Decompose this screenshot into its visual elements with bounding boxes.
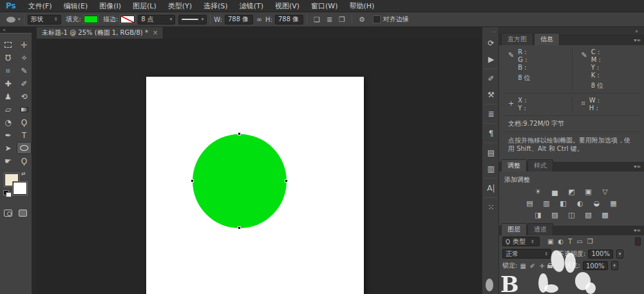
tab-histogram[interactable]: 直方图 <box>501 33 533 45</box>
color-balance-icon[interactable]: ▥ <box>541 199 552 208</box>
panel-menu-icon[interactable]: ▾≡ <box>634 37 641 43</box>
filter-pixel-layers-icon[interactable]: ▣ <box>547 238 553 245</box>
lock-pixels-icon[interactable]: ✐ <box>530 262 535 270</box>
shape-mode-select[interactable]: 形状 ⇕ <box>28 15 61 24</box>
gradient-map-icon[interactable]: ▩ <box>600 210 611 219</box>
pen-tool[interactable]: ✒ <box>1 129 15 141</box>
ellipse-tool[interactable] <box>17 142 32 154</box>
menu-item[interactable]: 选择(S) <box>198 2 234 10</box>
opacity-input[interactable]: 100% <box>588 250 613 259</box>
background-color-swatch[interactable] <box>13 182 27 195</box>
menu-item[interactable]: 滤镜(T) <box>234 2 269 10</box>
history-panel-icon[interactable]: ⟳ <box>482 35 500 51</box>
magic-wand-tool[interactable]: ✧ <box>17 52 32 64</box>
document-area[interactable] <box>37 39 482 294</box>
channel-mixer-icon[interactable]: ◒ <box>591 199 602 208</box>
stroke-color-swatch[interactable] <box>120 15 135 23</box>
brush-presets-panel-icon[interactable]: ✐ <box>482 70 500 86</box>
layer-filter-toggle[interactable] <box>635 237 641 246</box>
tab-channels[interactable]: 通道 <box>527 223 553 235</box>
canvas[interactable] <box>146 77 364 294</box>
menu-item[interactable]: 图层(L) <box>127 2 162 10</box>
filter-type-layers-icon[interactable]: T <box>568 238 572 245</box>
curves-icon[interactable]: ◩ <box>566 187 577 196</box>
lock-transparency-icon[interactable]: ▦ <box>520 262 526 270</box>
posterize-icon[interactable]: ▨ <box>549 210 560 219</box>
tool-preset-icon[interactable] <box>6 17 15 23</box>
align-edges-checkbox[interactable] <box>374 16 380 23</box>
path-alignment-icon[interactable]: ≣ <box>323 15 336 24</box>
type-tool[interactable]: T <box>17 129 32 141</box>
layer-filter-select[interactable]: Ϙ 类型 ⇕ <box>502 237 540 246</box>
tool-presets-panel-icon[interactable]: ⚒ <box>482 86 500 103</box>
tool-preset-caret-icon[interactable]: ▾ <box>18 17 21 22</box>
panel-menu-icon[interactable]: ▾≡ <box>634 228 641 233</box>
gradient-tool[interactable] <box>17 103 32 115</box>
invert-icon[interactable]: ◨ <box>533 210 544 219</box>
threshold-icon[interactable]: ◫ <box>566 210 577 219</box>
default-colors-icon[interactable] <box>3 190 9 195</box>
menu-item[interactable]: 图像(I) <box>93 2 127 10</box>
swap-colors-icon[interactable]: ⇄ <box>21 171 26 177</box>
crop-tool[interactable]: ⌗ <box>1 64 15 77</box>
shape-height-input[interactable]: 788 像 <box>275 15 303 24</box>
menu-item[interactable]: 视图(V) <box>269 2 305 10</box>
gear-icon[interactable]: ⚙ <box>355 15 368 24</box>
filter-adjustment-layers-icon[interactable]: ◐ <box>558 238 564 245</box>
brush-tool[interactable]: ✐ <box>17 77 32 90</box>
anchor-bottom[interactable] <box>238 226 241 230</box>
toolbar-collapse-icon[interactable]: « <box>0 27 37 33</box>
notes-panel-icon[interactable]: ▤ <box>482 144 500 161</box>
paragraph-panel-icon[interactable]: ¶ <box>482 125 500 141</box>
panel-menu-icon[interactable]: ▾≡ <box>634 164 641 170</box>
anchor-top[interactable] <box>238 132 241 135</box>
menu-item[interactable]: 帮助(H) <box>344 2 381 10</box>
move-tool[interactable]: ✛ <box>17 39 32 51</box>
timeline-panel-icon[interactable]: ⁙ <box>482 199 500 215</box>
healing-brush-tool[interactable]: ✚ <box>1 77 15 90</box>
color-lookup-icon[interactable]: ▦ <box>608 199 619 208</box>
fill-caret-icon[interactable]: ▾ <box>611 261 618 270</box>
lasso-tool[interactable]: ℧ <box>1 52 15 64</box>
levels-icon[interactable]: ▅ <box>549 187 560 196</box>
lock-all-icon[interactable] <box>547 263 553 268</box>
zoom-tool[interactable]: Ϙ <box>17 155 32 167</box>
fill-opacity-input[interactable]: 100% <box>583 261 608 270</box>
menu-item[interactable]: 编辑(E) <box>58 2 94 10</box>
properties-panel-icon[interactable]: ▥ <box>482 161 500 177</box>
blend-mode-select[interactable]: 正常 ⇕ <box>502 249 551 259</box>
photo-filter-icon[interactable]: ◐ <box>574 199 585 208</box>
rectangular-marquee-tool[interactable] <box>1 39 15 51</box>
anchor-right[interactable] <box>285 179 288 182</box>
menu-item[interactable]: 窗口(W) <box>305 2 343 10</box>
exposure-icon[interactable]: ▣ <box>583 187 594 196</box>
eraser-tool[interactable]: ▱ <box>1 103 15 115</box>
dodge-tool[interactable]: Ϙ <box>17 116 32 128</box>
tab-adjustments[interactable]: 调整 <box>501 159 527 172</box>
ellipse-shape[interactable] <box>193 134 287 228</box>
vibrance-icon[interactable]: ▽ <box>600 187 611 196</box>
fill-color-swatch[interactable] <box>84 15 98 23</box>
tab-layers[interactable]: 图层 <box>501 223 527 235</box>
hue-saturation-icon[interactable]: ▤ <box>524 199 535 208</box>
stroke-width-field[interactable]: 8 点 ▾ <box>138 15 175 24</box>
eyedropper-tool[interactable]: ✎ <box>17 64 32 77</box>
lock-position-icon[interactable]: ✛ <box>539 262 544 270</box>
stroke-style-select[interactable]: ▾ <box>178 15 207 24</box>
black-white-icon[interactable]: ◧ <box>558 199 569 208</box>
brightness-contrast-icon[interactable]: ☀ <box>533 187 544 196</box>
link-dimensions-icon[interactable]: ∞ <box>253 15 265 24</box>
opacity-caret-icon[interactable]: ▾ <box>616 250 623 259</box>
shape-width-input[interactable]: 788 像 <box>225 15 253 24</box>
menu-item[interactable]: 文件(F) <box>23 2 58 10</box>
tab-info[interactable]: 信息 <box>534 33 560 45</box>
character-panel-icon[interactable]: A| <box>482 180 500 196</box>
menu-item[interactable]: 类型(Y) <box>162 2 198 10</box>
clone-source-panel-icon[interactable]: ≣ <box>482 106 500 122</box>
document-tab[interactable]: 未标题-1 @ 25% (椭圆 1, RGB/8) * × <box>37 27 164 39</box>
close-tab-icon[interactable]: × <box>153 27 158 39</box>
blur-tool[interactable]: ◔ <box>1 116 15 128</box>
path-selection-tool[interactable]: ➤ <box>1 142 15 154</box>
clone-stamp-tool[interactable]: ♟ <box>1 90 15 103</box>
rgb-bit-depth[interactable]: 8 位 <box>518 74 531 83</box>
